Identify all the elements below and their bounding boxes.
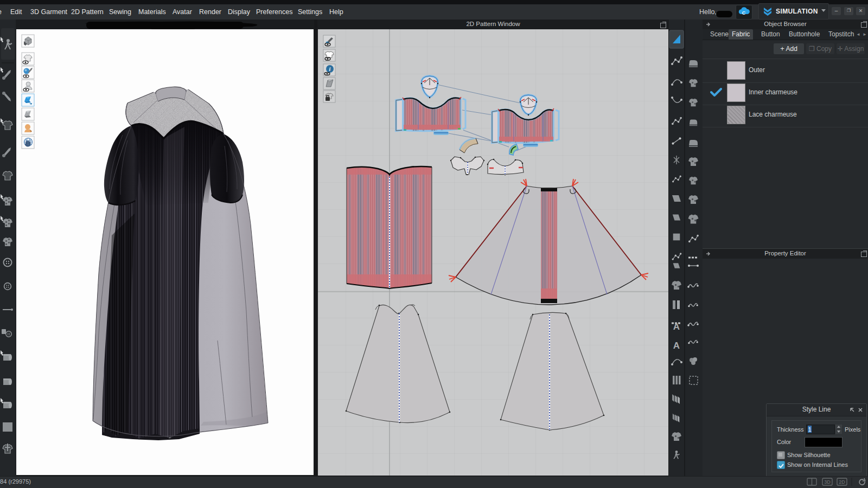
svg-text:3D: 3D	[824, 479, 831, 485]
svg-text:C: C	[742, 10, 746, 16]
svg-text:2D: 2D	[839, 479, 845, 485]
svg-text:i: i	[329, 66, 331, 72]
